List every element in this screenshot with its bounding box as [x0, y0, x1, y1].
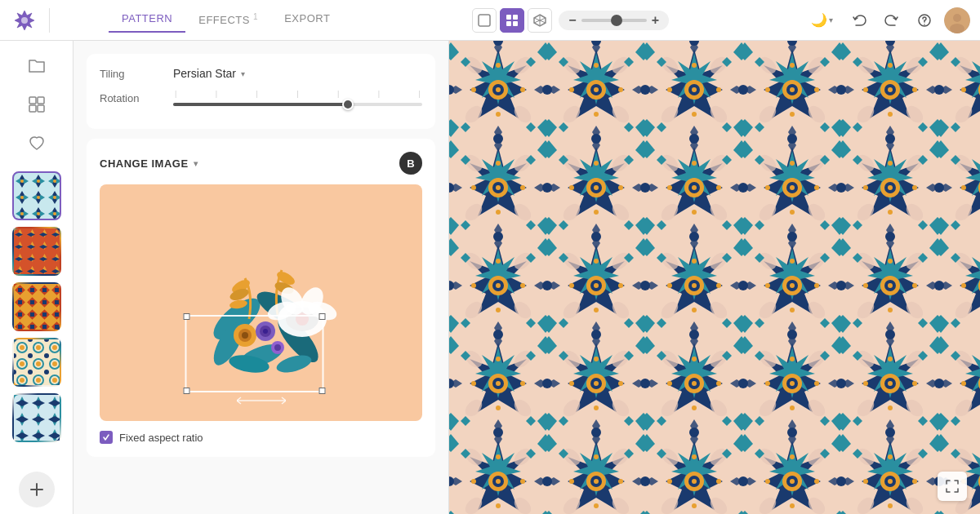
change-image-btn[interactable]: CHANGE IMAGE ▾ [100, 157, 198, 170]
add-pattern-btn[interactable] [19, 472, 55, 507]
left-sidebar [0, 41, 74, 514]
svg-rect-3 [513, 15, 518, 20]
help-btn[interactable] [911, 7, 938, 33]
tiling-select[interactable]: Persian Star ▾ [173, 67, 245, 80]
svg-point-63 [263, 329, 268, 334]
pattern-thumb-3[interactable] [12, 282, 61, 331]
svg-rect-33 [14, 284, 61, 331]
sidebar-heart-icon[interactable] [19, 126, 55, 162]
tab-pattern[interactable]: PATTERN [109, 7, 185, 33]
zoom-minus-btn[interactable]: − [568, 14, 576, 27]
tiling-dropdown-arrow: ▾ [241, 69, 245, 78]
topbar-divider [49, 8, 50, 33]
image-preview[interactable] [100, 184, 422, 421]
transform-arrow-indicator [237, 395, 286, 410]
topbar-tabs: PATTERN EFFECTS 1 EXPORT [109, 7, 343, 33]
tiling-row: Tiling Persian Star ▾ [100, 67, 422, 80]
zoom-slider[interactable] [581, 19, 647, 22]
svg-rect-45 [14, 395, 61, 442]
change-image-arrow: ▾ [194, 159, 198, 168]
svg-rect-41 [14, 339, 61, 387]
view-grid[interactable] [500, 8, 524, 33]
svg-point-0 [21, 17, 28, 24]
rotation-slider-thumb[interactable] [342, 99, 354, 110]
svg-point-13 [953, 14, 961, 22]
rotation-slider-container[interactable]: | | | | | | | [173, 90, 422, 106]
zoom-control: − + [559, 11, 669, 30]
svg-rect-15 [29, 97, 36, 104]
pattern-thumb-2[interactable] [12, 227, 61, 276]
pattern-thumb-1[interactable] [12, 171, 61, 220]
change-image-header: CHANGE IMAGE ▾ B [100, 152, 422, 175]
topbar-right: 🌙 ▾ [804, 7, 970, 33]
view-icons [472, 8, 552, 33]
svg-rect-16 [38, 97, 44, 104]
persian-star-pattern [449, 41, 980, 514]
effects-badge: 1 [253, 12, 258, 21]
tab-effects[interactable]: EFFECTS 1 [185, 7, 271, 33]
change-image-section: CHANGE IMAGE ▾ B [87, 139, 435, 457]
svg-point-14 [950, 24, 964, 33]
svg-rect-4 [506, 21, 511, 26]
moon-icon: 🌙 [811, 12, 827, 28]
zoom-plus-btn[interactable]: + [652, 14, 659, 27]
fixed-aspect-label: Fixed aspect ratio [119, 432, 203, 444]
view-square[interactable] [472, 8, 497, 33]
panel: Tiling Persian Star ▾ Rotation | | | | | [74, 41, 449, 514]
b-badge: B [399, 152, 422, 175]
tab-export[interactable]: EXPORT [271, 7, 343, 33]
app-logo[interactable] [10, 6, 39, 35]
theme-toggle-btn[interactable]: 🌙 ▾ [804, 9, 840, 31]
checkbox-row: Fixed aspect ratio [100, 431, 422, 444]
main-layout: Tiling Persian Star ▾ Rotation | | | | | [0, 41, 980, 514]
user-avatar[interactable] [944, 7, 970, 33]
pattern-canvas [449, 41, 980, 514]
undo-btn[interactable] [846, 7, 872, 33]
rotation-slider-fill [173, 103, 348, 106]
sidebar-grid-icon[interactable] [19, 86, 55, 122]
redo-btn[interactable] [879, 7, 905, 33]
svg-rect-106 [449, 41, 980, 514]
view-cube[interactable] [528, 8, 552, 33]
rotation-slider-track[interactable] [173, 103, 422, 106]
change-image-label: CHANGE IMAGE [100, 157, 189, 170]
tiling-value: Persian Star [173, 67, 236, 80]
topbar: PATTERN EFFECTS 1 EXPORT − + 🌙 [0, 0, 980, 41]
zoom-slider-thumb[interactable] [611, 15, 622, 26]
svg-rect-25 [14, 173, 61, 220]
svg-rect-1 [479, 15, 490, 26]
fixed-aspect-checkbox[interactable] [100, 431, 113, 444]
tiling-label: Tiling [100, 68, 173, 80]
svg-rect-18 [38, 105, 44, 112]
svg-point-11 [924, 24, 925, 25]
svg-rect-29 [14, 228, 61, 276]
sidebar-folder-icon[interactable] [19, 47, 55, 83]
svg-rect-5 [513, 21, 518, 26]
topbar-center: − + [472, 8, 669, 33]
floral-svg [172, 213, 351, 392]
svg-point-65 [274, 344, 281, 351]
rotation-row: Rotation | | | | | | | [100, 90, 422, 106]
pattern-thumb-4[interactable] [12, 338, 61, 387]
rotation-label: Rotation [100, 92, 173, 104]
tiling-section: Tiling Persian Star ▾ Rotation | | | | | [87, 54, 435, 129]
expand-canvas-btn[interactable] [938, 472, 967, 501]
svg-rect-2 [506, 15, 511, 20]
svg-rect-17 [29, 105, 36, 112]
pattern-thumb-5[interactable] [12, 393, 61, 442]
svg-point-60 [242, 332, 248, 339]
theme-dropdown-arrow: ▾ [829, 16, 833, 24]
